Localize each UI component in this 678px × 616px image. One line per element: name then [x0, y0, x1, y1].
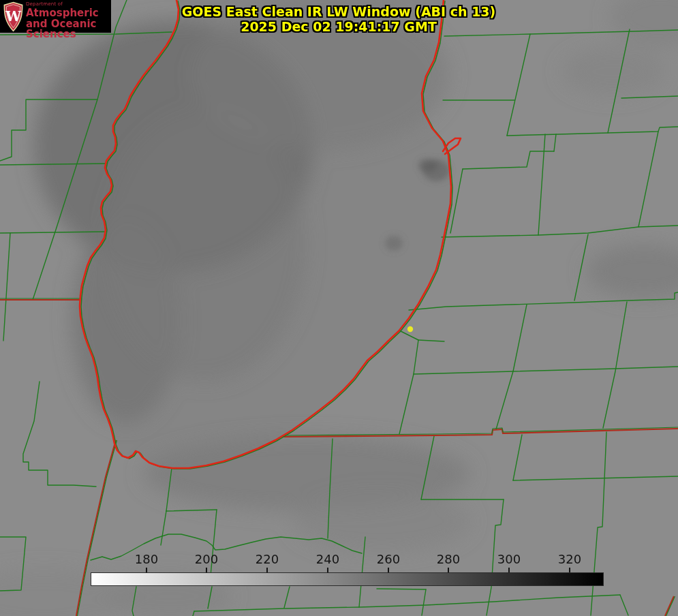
dept-prefix: Department of	[26, 2, 111, 7]
dept-name-line2: and Oceanic Sciences	[26, 19, 111, 40]
app-window: 180200220240260280300320 W Department of…	[0, 0, 678, 616]
title-line2: 2025 Dec 02 19:41:17 GMT	[182, 19, 496, 34]
logo-text: Department of Atmospheric and Oceanic Sc…	[26, 2, 111, 40]
title-line1: GOES East Clean IR LW Window (ABI ch 13)	[182, 4, 496, 19]
cloud-shading	[0, 0, 678, 616]
location-marker	[407, 326, 413, 332]
logo-block: W Department of Atmospheric and Oceanic …	[0, 0, 111, 33]
satellite-map	[0, 0, 678, 616]
image-title: GOES East Clean IR LW Window (ABI ch 13)…	[182, 4, 496, 34]
svg-text:W: W	[5, 8, 21, 25]
dept-name-line1: Atmospheric	[26, 8, 111, 18]
uw-crest-icon: W	[3, 1, 24, 32]
